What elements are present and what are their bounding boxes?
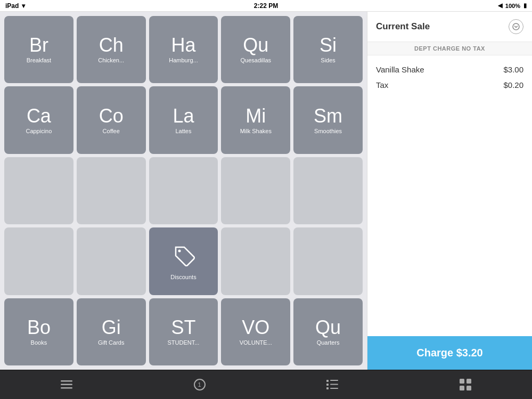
svg-rect-12 — [466, 379, 471, 384]
sale-items: Vanilla Shake $3.00 Tax $0.20 — [367, 55, 532, 336]
grid-cell-1-1[interactable]: CoCoffee — [77, 86, 146, 153]
cell-label: STUDENT... — [168, 339, 200, 346]
svg-rect-5 — [326, 380, 329, 382]
svg-point-1 — [513, 23, 519, 30]
cell-abbr: VO — [242, 318, 269, 337]
grid-cell-0-1[interactable]: ChChicken... — [77, 16, 146, 83]
cell-label: Gift Cards — [98, 339, 125, 346]
grid-cell-2-1 — [77, 157, 146, 224]
grid-cell-2-2 — [149, 157, 218, 224]
nav-badge-button[interactable]: 1 — [133, 370, 266, 399]
cell-abbr: Sm — [314, 107, 342, 126]
cell-abbr: ST — [171, 318, 195, 337]
cell-abbr: Ha — [171, 36, 195, 55]
cell-label: Quarters — [317, 339, 340, 346]
tax-name: Tax — [376, 80, 388, 89]
grid-row-4: BoBooksGiGift CardsSTSTUDENT...VOVOLUNTE… — [4, 298, 363, 365]
svg-rect-6 — [330, 380, 338, 381]
nav-badge: 1 — [194, 379, 206, 390]
grid-cell-4-1[interactable]: GiGift Cards — [77, 298, 146, 365]
svg-rect-10 — [330, 388, 338, 389]
cell-label: Quesadillas — [241, 57, 271, 63]
grid-cell-2-0 — [4, 157, 73, 224]
wifi-icon: ▾ — [22, 2, 25, 10]
svg-rect-4 — [61, 387, 72, 389]
product-panel: BrBreakfastChChicken...HaHamburg...QuQue… — [0, 12, 367, 370]
status-bar-left: iPad ▾ — [5, 2, 25, 10]
cell-label: Milk Shakes — [240, 128, 272, 134]
svg-rect-14 — [466, 386, 471, 390]
sale-item-vanilla-shake: Vanilla Shake $3.00 — [376, 62, 523, 77]
svg-rect-9 — [326, 387, 329, 389]
cell-abbr: Ch — [99, 36, 124, 55]
status-bar: iPad ▾ 2:22 PM ◀ 100% ▮ — [0, 0, 532, 12]
grid-cell-2-4 — [293, 157, 363, 224]
grid-cell-0-3[interactable]: QuQuesadillas — [221, 16, 290, 83]
status-time: 2:22 PM — [254, 2, 278, 10]
grid-cell-4-2[interactable]: STSTUDENT... — [149, 298, 218, 365]
signal-icon: ◀ — [498, 2, 502, 9]
svg-rect-7 — [326, 384, 329, 386]
grid-cell-1-0[interactable]: CaCappicino — [4, 86, 73, 153]
tax-amount: $0.20 — [503, 80, 523, 89]
grid-cell-0-0[interactable]: BrBreakfast — [4, 16, 73, 83]
grid-row-1: CaCappicinoCoCoffeeLaLattesMiMilk Shakes… — [4, 86, 363, 153]
sale-item-tax: Tax $0.20 — [376, 77, 523, 93]
grid-row-2 — [4, 157, 363, 224]
grid-cell-3-4 — [293, 227, 363, 295]
svg-point-0 — [178, 250, 181, 253]
nav-menu-button[interactable] — [0, 370, 133, 399]
cell-abbr: Gi — [102, 318, 121, 337]
cell-label: Coffee — [103, 128, 120, 134]
item-name: Vanilla Shake — [376, 65, 424, 74]
svg-rect-3 — [61, 384, 72, 386]
cell-abbr: Si — [320, 36, 337, 55]
sale-panel: Current Sale DEPT CHARGE NO TAX Vanilla … — [367, 12, 532, 370]
nav-grid-button[interactable] — [399, 370, 532, 399]
svg-rect-2 — [61, 380, 72, 382]
cell-label: Cappicino — [26, 128, 52, 134]
grid-row-0: BrBreakfastChChicken...HaHamburg...QuQue… — [4, 16, 363, 83]
grid-cell-3-3 — [221, 227, 290, 295]
charge-button[interactable]: Charge $3.20 — [367, 336, 532, 370]
sale-expand-button[interactable] — [509, 19, 523, 34]
item-price: $3.00 — [503, 65, 523, 74]
cell-abbr: Qu — [315, 318, 341, 337]
battery-icon: ▮ — [523, 2, 527, 9]
battery-label: 100% — [505, 3, 520, 9]
cell-label: Lattes — [176, 128, 192, 134]
cell-label: Breakfast — [27, 57, 51, 63]
cell-label: Sides — [321, 57, 335, 63]
grid-cell-4-3[interactable]: VOVOLUNTE... — [221, 298, 290, 365]
cell-label: Hamburg... — [169, 57, 198, 63]
cell-abbr: Br — [29, 36, 48, 55]
grid-cell-3-2[interactable]: Discounts — [149, 227, 218, 295]
grid-cell-3-1 — [77, 227, 146, 295]
grid-cell-1-3[interactable]: MiMilk Shakes — [221, 86, 290, 153]
svg-rect-11 — [460, 379, 464, 384]
grid-cell-0-2[interactable]: HaHamburg... — [149, 16, 218, 83]
grid-row-3: Discounts — [4, 227, 363, 295]
sale-header: Current Sale — [367, 12, 532, 42]
grid-cell-4-0[interactable]: BoBooks — [4, 298, 73, 365]
cell-label: Books — [31, 339, 47, 346]
grid-cell-1-4[interactable]: SmSmoothies — [293, 86, 363, 153]
grid-cell-4-4[interactable]: QuQuarters — [293, 298, 363, 365]
sale-header-title: Current Sale — [376, 21, 430, 32]
cell-label: VOLUNTE... — [240, 339, 272, 346]
cell-abbr: Mi — [245, 107, 266, 126]
bottom-nav: 1 — [0, 370, 532, 399]
cell-label: Chicken... — [98, 57, 124, 63]
dept-charge-banner: DEPT CHARGE NO TAX — [367, 42, 532, 55]
svg-rect-8 — [330, 384, 338, 385]
grid-cell-0-4[interactable]: SiSides — [293, 16, 363, 83]
status-bar-right: ◀ 100% ▮ — [498, 2, 527, 9]
cell-abbr: La — [173, 107, 194, 126]
main-content: BrBreakfastChChicken...HaHamburg...QuQue… — [0, 12, 532, 370]
cell-label: Discounts — [170, 274, 196, 280]
grid-cell-3-0 — [4, 227, 73, 295]
cell-abbr: Ca — [27, 107, 51, 126]
cell-abbr: Qu — [243, 36, 268, 55]
nav-list-button[interactable] — [266, 370, 399, 399]
grid-cell-1-2[interactable]: LaLattes — [149, 86, 218, 153]
